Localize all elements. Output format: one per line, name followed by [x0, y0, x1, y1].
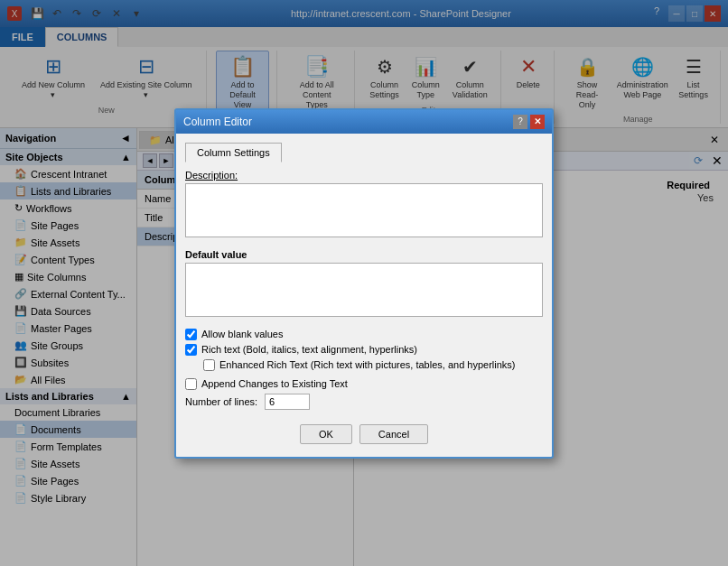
description-group: Description:	[185, 170, 543, 240]
rich-text-label: Rich text (Bold, italics, text alignment…	[201, 344, 417, 355]
cancel-button[interactable]: Cancel	[359, 424, 428, 444]
modal-tab-strip: Column Settings	[185, 143, 543, 162]
default-value-group: Default value	[185, 249, 543, 320]
rich-text-checkbox[interactable]	[185, 344, 197, 356]
append-changes-row: Append Changes to Existing Text	[185, 378, 543, 390]
column-settings-tab-label: Column Settings	[197, 147, 270, 158]
modal-footer: OK Cancel	[185, 417, 543, 448]
allow-blank-checkbox[interactable]	[185, 329, 197, 340]
allow-blank-label: Allow blank values	[201, 329, 284, 339]
enhanced-rich-text-row: Enhanced Rich Text (Rich text with pictu…	[185, 359, 543, 371]
default-value-label: Default value	[185, 249, 543, 260]
rich-text-row: Rich text (Bold, italics, text alignment…	[185, 344, 543, 356]
ok-button[interactable]: OK	[300, 424, 352, 444]
description-textarea[interactable]	[185, 183, 543, 237]
modal-title: Column Editor	[183, 116, 252, 128]
column-editor-modal: Column Editor ? ✕ Column Settings Descri…	[174, 108, 554, 459]
modal-tab-column-settings[interactable]: Column Settings	[185, 143, 282, 162]
enhanced-rich-text-label: Enhanced Rich Text (Rich text with pictu…	[219, 359, 516, 370]
modal-close-btn[interactable]: ✕	[530, 115, 545, 129]
enhanced-rich-text-checkbox[interactable]	[203, 359, 215, 371]
description-label: Description:	[185, 170, 543, 181]
append-changes-label: Append Changes to Existing Text	[201, 378, 348, 389]
modal-overlay: Column Editor ? ✕ Column Settings Descri…	[0, 0, 728, 566]
modal-help-btn[interactable]: ?	[513, 115, 527, 129]
num-lines-input[interactable]	[265, 394, 310, 410]
modal-titlebar: Column Editor ? ✕	[176, 110, 552, 134]
append-changes-checkbox[interactable]	[185, 378, 197, 390]
num-lines-label: Number of lines:	[185, 396, 257, 407]
modal-title-buttons: ? ✕	[513, 115, 545, 129]
default-value-textarea[interactable]	[185, 263, 543, 317]
number-of-lines-row: Number of lines:	[185, 394, 543, 410]
modal-content: Column Settings Description: Default val…	[176, 134, 552, 457]
allow-blank-row: Allow blank values	[185, 329, 543, 340]
